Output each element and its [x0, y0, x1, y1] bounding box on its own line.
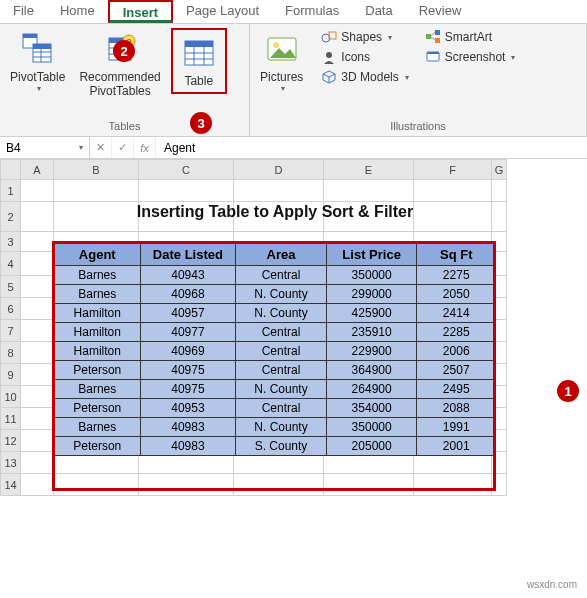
table-cell[interactable]: 354000: [326, 399, 417, 418]
fx-button[interactable]: fx: [134, 137, 156, 158]
col-header-B[interactable]: B: [54, 160, 139, 180]
row-header-14[interactable]: 14: [1, 474, 21, 496]
tab-home[interactable]: Home: [47, 0, 108, 23]
col-header-C[interactable]: C: [139, 160, 234, 180]
cell[interactable]: [139, 180, 234, 202]
formula-input[interactable]: Agent: [156, 137, 587, 158]
table-header[interactable]: Area: [236, 244, 327, 266]
table-cell[interactable]: Hamilton: [55, 342, 141, 361]
table-cell[interactable]: 40957: [140, 304, 236, 323]
icons-button[interactable]: Icons: [319, 48, 410, 66]
table-cell[interactable]: 2001: [417, 437, 496, 456]
table-cell[interactable]: 2006: [417, 342, 496, 361]
table-cell[interactable]: 40975: [140, 380, 236, 399]
table-header[interactable]: Agent: [55, 244, 141, 266]
table-cell[interactable]: N. County: [236, 304, 327, 323]
table-cell[interactable]: 350000: [326, 418, 417, 437]
table-row[interactable]: Hamilton40977Central2359102285: [55, 323, 496, 342]
table-row[interactable]: Barnes40975N. County2649002495: [55, 380, 496, 399]
col-header-A[interactable]: A: [21, 160, 54, 180]
col-header-E[interactable]: E: [324, 160, 414, 180]
row-header-8[interactable]: 8: [1, 342, 21, 364]
table-cell[interactable]: N. County: [236, 418, 327, 437]
table-row[interactable]: Peterson40975Central3649002507: [55, 361, 496, 380]
screenshot-button[interactable]: Screenshot▾: [423, 48, 518, 66]
cell[interactable]: [21, 180, 54, 202]
table-cell[interactable]: Peterson: [55, 399, 141, 418]
table-cell[interactable]: 2285: [417, 323, 496, 342]
table-cell[interactable]: 229900: [326, 342, 417, 361]
pictures-button[interactable]: Pictures ▾: [256, 28, 307, 95]
cell[interactable]: [139, 474, 234, 496]
table-cell[interactable]: Barnes: [55, 266, 141, 285]
table-cell[interactable]: Barnes: [55, 380, 141, 399]
table-cell[interactable]: Central: [236, 323, 327, 342]
cell[interactable]: [324, 474, 414, 496]
table-cell[interactable]: Central: [236, 342, 327, 361]
tab-review[interactable]: Review: [406, 0, 475, 23]
cell[interactable]: [21, 430, 54, 452]
table-cell[interactable]: 364900: [326, 361, 417, 380]
cell[interactable]: [21, 298, 54, 320]
table-cell[interactable]: 2507: [417, 361, 496, 380]
table-cell[interactable]: 235910: [326, 323, 417, 342]
smartart-button[interactable]: SmartArt: [423, 28, 518, 46]
3dmodels-button[interactable]: 3D Models▾: [319, 68, 410, 86]
table-row[interactable]: Peterson40953Central3540002088: [55, 399, 496, 418]
table-row[interactable]: Barnes40968N. County2990002050: [55, 285, 496, 304]
table-cell[interactable]: 2275: [417, 266, 496, 285]
table-header[interactable]: Sq Ft: [417, 244, 496, 266]
table-cell[interactable]: Peterson: [55, 361, 141, 380]
table-row[interactable]: Peterson40983S. County2050002001: [55, 437, 496, 456]
cell[interactable]: [414, 180, 492, 202]
table-cell[interactable]: 2050: [417, 285, 496, 304]
row-header-6[interactable]: 6: [1, 298, 21, 320]
cell[interactable]: [54, 474, 139, 496]
cell[interactable]: [21, 232, 54, 252]
select-all[interactable]: [1, 160, 21, 180]
row-header-13[interactable]: 13: [1, 452, 21, 474]
row-header-12[interactable]: 12: [1, 430, 21, 452]
tab-insert[interactable]: Insert: [108, 0, 173, 23]
table-cell[interactable]: 40943: [140, 266, 236, 285]
tab-pagelayout[interactable]: Page Layout: [173, 0, 272, 23]
table-cell[interactable]: 350000: [326, 266, 417, 285]
cell[interactable]: [21, 452, 54, 474]
cell[interactable]: [492, 474, 507, 496]
table-cell[interactable]: N. County: [236, 380, 327, 399]
row-header-4[interactable]: 4: [1, 252, 21, 276]
enter-formula-button[interactable]: ✓: [112, 137, 134, 158]
cell[interactable]: [21, 386, 54, 408]
table-cell[interactable]: S. County: [236, 437, 327, 456]
row-header-2[interactable]: 2: [1, 202, 21, 232]
cell[interactable]: [21, 342, 54, 364]
table-cell[interactable]: 40983: [140, 437, 236, 456]
worksheet-grid[interactable]: ABCDEFG1234567891011121314 AgentDate Lis…: [0, 159, 587, 496]
row-header-5[interactable]: 5: [1, 276, 21, 298]
table-cell[interactable]: Peterson: [55, 437, 141, 456]
table-header[interactable]: Date Listed: [140, 244, 236, 266]
cell[interactable]: [54, 180, 139, 202]
pivottable-button[interactable]: PivotTable ▾: [6, 28, 69, 95]
table-cell[interactable]: 40975: [140, 361, 236, 380]
row-header-10[interactable]: 10: [1, 386, 21, 408]
tab-formulas[interactable]: Formulas: [272, 0, 352, 23]
cell[interactable]: [21, 364, 54, 386]
row-header-7[interactable]: 7: [1, 320, 21, 342]
table-cell[interactable]: Hamilton: [55, 304, 141, 323]
table-cell[interactable]: N. County: [236, 285, 327, 304]
table-cell[interactable]: 299000: [326, 285, 417, 304]
table-cell[interactable]: Central: [236, 399, 327, 418]
col-header-D[interactable]: D: [234, 160, 324, 180]
tab-file[interactable]: File: [0, 0, 47, 23]
cell[interactable]: [21, 408, 54, 430]
cell[interactable]: [21, 474, 54, 496]
tab-data[interactable]: Data: [352, 0, 405, 23]
table-cell[interactable]: Central: [236, 361, 327, 380]
table-cell[interactable]: Barnes: [55, 285, 141, 304]
cell[interactable]: [21, 320, 54, 342]
table-cell[interactable]: Central: [236, 266, 327, 285]
table-button[interactable]: Table: [171, 28, 227, 94]
table-row[interactable]: Barnes40943Central3500002275: [55, 266, 496, 285]
cell[interactable]: [414, 474, 492, 496]
